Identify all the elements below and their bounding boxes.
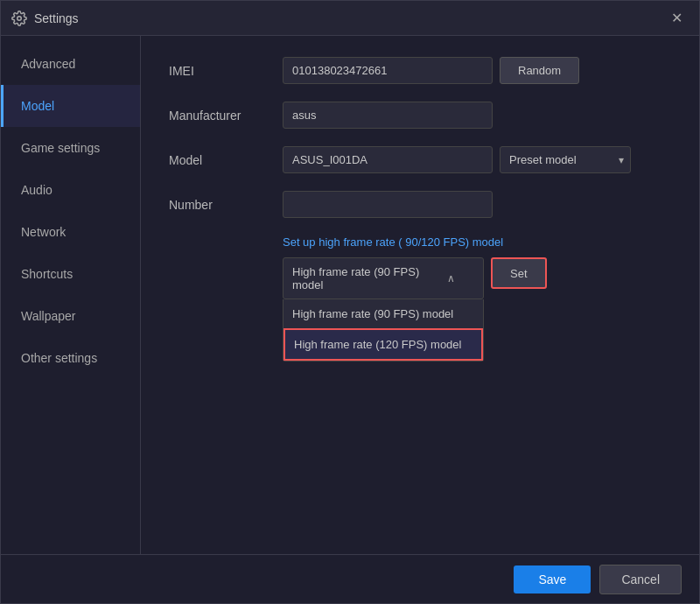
hfr-row: High frame rate (90 FPS) model High fram… [283,257,671,299]
hfr-dropdown-selected[interactable]: High frame rate (90 FPS) model [283,257,484,299]
title-bar: Settings ✕ [1,1,699,36]
title-bar-left: Settings [11,11,79,26]
main-content: Advanced Model Game settings Audio Netwo… [1,36,699,554]
imei-row: IMEI Random [169,57,671,84]
imei-label: IMEI [169,64,283,78]
cancel-button[interactable]: Cancel [599,565,682,594]
manufacturer-row: Manufacturer [169,102,671,129]
manufacturer-label: Manufacturer [169,109,283,123]
form-area: IMEI Random Manufacturer Model Preset mo… [141,36,699,554]
hfr-link[interactable]: Set up high frame rate ( 90/120 FPS) mod… [283,235,671,249]
random-button[interactable]: Random [500,57,579,84]
model-row: Model Preset model [169,146,671,173]
settings-icon [11,11,27,26]
number-input[interactable] [283,191,493,218]
sidebar-item-advanced[interactable]: Advanced [1,43,140,85]
footer: Save Cancel [1,554,699,603]
sidebar-item-shortcuts[interactable]: Shortcuts [1,253,140,295]
model-label: Model [169,153,283,167]
model-inputs: Preset model [283,146,631,173]
hfr-option-90fps[interactable]: High frame rate (90 FPS) model [284,299,483,328]
settings-dialog: Settings ✕ Advanced Model Game settings … [0,0,700,604]
close-button[interactable]: ✕ [664,6,689,31]
sidebar-item-other-settings[interactable]: Other settings [1,337,140,379]
hfr-option-120fps[interactable]: High frame rate (120 FPS) model [284,328,483,361]
save-button[interactable]: Save [514,565,591,593]
hfr-dropdown-list: High frame rate (90 FPS) model High fram… [283,299,484,362]
number-row: Number [169,191,671,218]
dialog-title: Settings [34,11,79,25]
sidebar-item-model[interactable]: Model [1,85,140,127]
sidebar-item-wallpaper[interactable]: Wallpaper [1,295,140,337]
hfr-dropdown-container: High frame rate (90 FPS) model High fram… [283,257,484,299]
imei-input[interactable] [283,57,493,84]
sidebar-item-network[interactable]: Network [1,211,140,253]
manufacturer-input[interactable] [283,102,493,129]
set-button[interactable]: Set [491,257,547,289]
model-input[interactable] [283,146,493,173]
preset-model-select[interactable]: Preset model [500,146,631,173]
preset-model-wrapper: Preset model [500,146,631,173]
sidebar: Advanced Model Game settings Audio Netwo… [1,36,141,554]
svg-point-0 [18,16,22,20]
sidebar-item-audio[interactable]: Audio [1,169,140,211]
sidebar-item-game-settings[interactable]: Game settings [1,127,140,169]
number-label: Number [169,198,283,212]
